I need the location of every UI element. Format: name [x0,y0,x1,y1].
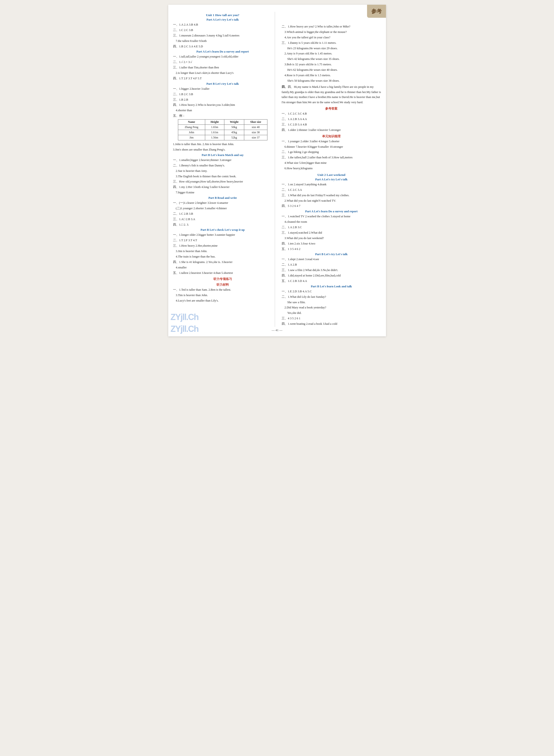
answer-line: 二、1.A 2.B [282,262,381,267]
answer-line: 四、1.did,stayed at home 2.Did,see,film,ha… [282,273,381,278]
partA-try-talk-title: Part A Let's try Let's talk [173,18,273,21]
ref-answers-title: 参考答案 [282,107,381,111]
partA-learn-survey-title: Part A Let's learn Do a survey and repor… [173,50,273,53]
answer-line: 二、1.How heavy are you? 2.Who is taller,J… [282,24,381,30]
answer-line: 3.Bob is 32 years old.He is 1.75 metres. [282,62,381,67]
answer-line: 一、1.A 2.A 3.B 4.B [173,22,273,28]
partB2-try-talk-title: Part B Let's try Let's talk [282,253,381,256]
answer-line: 6.How heavy,kilograms [282,166,381,171]
answer-line: 一、1.smaller,bigger 2.heavier,thinner 3.s… [173,158,273,163]
answer-line: 三、4 3 5 2 6 1 [282,316,381,321]
table-row: John 1.61m 45kg size 38 [178,130,267,135]
answer-line: 一、1.bigger 2.heavier 3.taller [173,87,273,92]
answer-line: 3.The English book is thinner than the c… [173,174,273,179]
answer-line: 4.shorter than [173,108,273,113]
answer-line: 三、1.How heavy 2.Her,shorter,mine [173,243,273,249]
table-header-shoe: Shoe size [244,119,267,125]
partB-check-wrap-title: Part B Let's check Let's wrap it up [173,228,273,232]
answer-line: 五、1 3 5 4 6 2 [282,247,381,252]
answer-line: 二、1.A 2.B 3.C [282,225,381,230]
answer-line: 三、1.Danny is 5 years old.He is 1.11 metr… [282,41,381,46]
example-label: 五、例： [173,114,273,118]
answer-line: 6.thinner 7.heavier 8.bigger 9.smaller 1… [282,144,381,150]
answer-line: 二、1.T 2.F 3.T 4.T [173,238,273,243]
answer-line: 三、1.A□ 2.B 3.A [173,217,273,222]
answer-line: 四、1.She is 41 kilograms. 2.Yes,she is. 3… [173,260,273,265]
answer-line: 7.the tallest 8.taller 9.both [173,39,273,44]
partB-read-write-answers: 一、(一)1.clearer 2.brighter 3.lower 4.smar… [173,201,273,227]
page-number: — 41 — [272,328,283,332]
partA2-try-talk-title: Part A Let's try Let's talk [282,178,381,181]
answer-line: 四、1.□ 2. 3. [173,222,273,227]
answer-line: 二、1.go hiking 2.go shopping [282,150,381,155]
answer-line: 2.What did you do last night?I watched T… [282,198,381,204]
answer-line: 一、1.Ted is taller than Sam. 2.Ben is the… [173,287,273,292]
answer-line: 3.Tim is heavier than John. [173,293,273,298]
answer-line: Yes,she did. [282,311,381,316]
answer-line: 3.What did you do last weekend? [282,236,381,241]
answer-line: 五、1.C 2.B 3.D 4.A [282,279,381,284]
answer-line: 一、1.slept 2.meet 3.read 4.see [282,257,381,262]
answer-line: 4.Are you the tallest girl in your class… [282,35,381,40]
partA2-learn-survey-answers: 一、1.watched TV 2.washed the clothes 3.st… [282,214,381,252]
answer-line: 4.What size 5.feet,bigger than mine [282,160,381,166]
answer-line: 二、1.A 2.B 3.A 4.A [282,117,381,122]
answer-line: 二、1.C 2.C 3.B [173,28,273,33]
partB-try-talk-answers: 一、1.bigger 2.heavier 3.taller 二、1.B 2.C … [173,87,273,113]
section1-answers: 二、1.How heavy are you? 2.Who is taller,J… [282,24,381,84]
unit2-title: Unit 2 Last weekend [282,173,381,177]
answer-line: 一、1.tall,tall,taller 2.younger,youngest … [173,54,273,59]
answer-line: 四、5 3 2 6 4 7 [282,204,381,209]
answer-line: 4.smaller [173,265,273,270]
answer-line: 一、1.E 2.D 3.B 4.A 5.C [282,289,381,294]
partB-read-write-title: Part B Read and write [173,196,273,200]
unit1-title: Unit 1 How tall are you? [173,13,273,17]
passage-text: 四、Hi,my name is Mark.I have a big family… [282,85,381,104]
answer-line: 2.Sue is heavier than Amy. [173,168,273,174]
partA2-learn-survey-title: Part A Let's learn Do a survey and repor… [282,210,381,213]
partA-try-talk-answers: 一、1.A 2.A 3.B 4.B 二、1.C 2.C 3.B 三、1.muse… [173,22,273,49]
answer-line: 2.is longer than Lisa's skirt,is shorter… [173,70,273,76]
answer-line: 四、1.older 2.thinner 3.taller 4.heavier 5… [282,127,381,133]
main-columns: Unit 1 How tall are you? Part A Let's tr… [173,12,381,327]
knowledge-answers: 一、1.younger 2.older 3.taller 4.longer 5.… [282,139,381,171]
partB-try-talk-title: Part B Let's try Let's talk [173,82,273,86]
table-header-height: Height [205,119,224,125]
partB-check-wrap-answers: 一、1.longer older 2.bigger hotter 3.sunni… [173,232,273,275]
partB2-try-talk-answers: 一、1.slept 2.meet 3.read 4.see 二、1.A 2.B … [282,257,381,283]
partA-learn-survey-answers: 一、1.tall,tall,taller 2.younger,youngest … [173,54,273,81]
answer-line: 3.Jim's shoes are smaller than Zhang Pen… [173,147,273,152]
listening-title: 听力专项练习 [173,277,273,281]
right-column: 二、1.How heavy are you? 2.Who is taller,J… [280,12,381,327]
answer-line: 二、1.C 2.B 3.B [173,211,273,217]
answer-line: 二、1.What did Lily do last Sunday? [282,294,381,300]
page-decoration: 参考 [367,5,386,18]
partB2-learn-look-title: Part B Let's learn Look and talk [282,285,381,288]
answer-line: 一、1.longer older 2.bigger hotter 3.sunni… [173,232,273,238]
answer-line: 四、1.B 2.C 3.A 4.E 5.D [173,44,273,49]
answer-line: 3.Which animal is bigger,the elephant or… [282,30,381,35]
table-row: Zhang Peng 1.65m 50kg size 40 [178,125,267,130]
answer-line: 2.Amy is 9 years old.She is 1.45 metres. [282,51,381,56]
answer-line: 三、1.C 2.D 3.A 4.B [282,122,381,127]
answer-line: 二、1.Benny's fish is smaller than Danny's… [173,163,273,168]
partB-learn-match-answers: 一、1.smaller,bigger 2.heavier,thinner 3.s… [173,158,273,195]
passage-label: 四、四、Hi,my name is Mark.I have a big fami… [282,85,381,105]
answer-line: 五、1.tallest 2.heaviest 3.heavier 4.than … [173,271,273,276]
partB2-learn-look-answers: 一、1.E 2.D 3.B 4.A 5.C 二、1.What did Lily … [282,289,381,327]
partB-learn-match-title: Part B Let's learn Match and say [173,153,273,157]
answer-line: 三、1.B 2.B [173,97,273,103]
answer-line: She's 42 kilograms.She wears size 35 sho… [282,57,381,62]
answer-line: 三、1.What did you do last Friday?I washed… [282,193,381,198]
knowledge-title: 单元知识梳理 [282,134,381,139]
page: 参考 ZYjll.Ch ZYjll.Ch Unit 1 How tall are… [168,5,386,336]
answer-line: 4.The train is longer than the bus. [173,254,273,259]
answer-line: 三、1.stayed,watched 2.What did [282,230,381,235]
answer-line: 7.bigger 8.mine [173,190,273,195]
answer-line: 3.Jim is heavier than John. [173,249,273,254]
answer-line: 三、1.museum 2.dinosaurs 3.many 4.big 5.ta… [173,33,273,38]
answer-line: 四、1.my 2.Her 3.both 4.long 5.taller 6.he… [173,184,273,190]
answer-line: 一、1.younger 2.older 3.taller 4.longer 5.… [282,139,381,144]
answer-line: 4.cleaned the room [282,219,381,225]
table-header-weight: Weight [224,119,244,125]
